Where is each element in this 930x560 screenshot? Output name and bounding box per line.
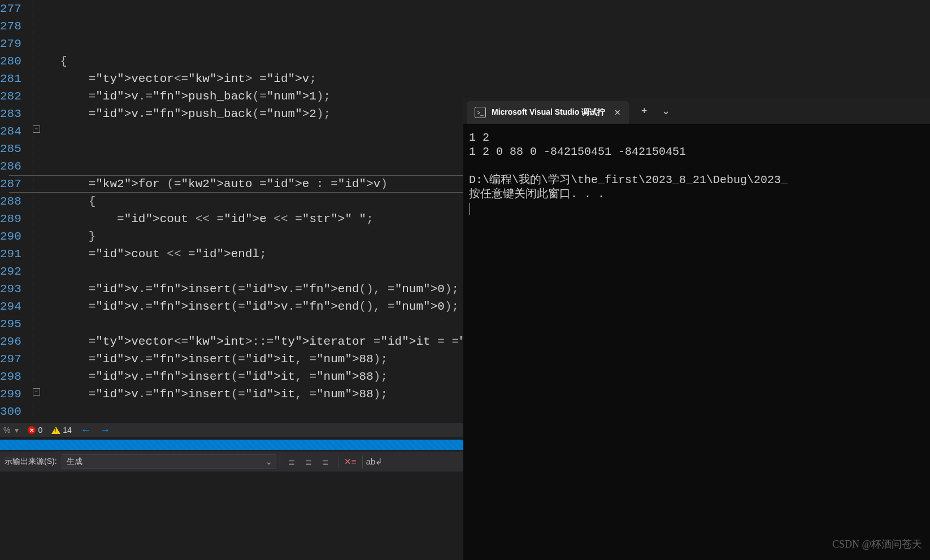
line-number: 280 (0, 53, 32, 70)
line-number: 296 (0, 333, 32, 350)
new-tab-button[interactable]: + (637, 98, 651, 124)
console-output[interactable]: 1 2 1 2 0 88 0 -842150451 -842150451 D:\… (463, 124, 930, 560)
terminal-icon: >_ (475, 107, 486, 118)
line-number: 289 (0, 210, 32, 228)
indent-right-icon[interactable]: ≣ (320, 455, 332, 468)
divider (362, 455, 363, 468)
editor-status-bar: % ▾ ✕ 0 ! 14 ← → (0, 423, 463, 437)
console-tab-bar: >_ Microsoft Visual Studio 调试拧 ✕ + ⌄ (463, 98, 930, 124)
code-line[interactable] (32, 403, 463, 420)
line-number: 299 (0, 385, 32, 403)
code-line[interactable]: { (32, 53, 463, 70)
line-number: 298 (0, 368, 32, 385)
indent-left-icon[interactable]: ≣ (286, 455, 298, 468)
close-tab-button[interactable]: ✕ (614, 108, 621, 117)
error-count-value: 0 (38, 426, 42, 435)
line-number: 300 (0, 403, 32, 420)
code-text[interactable]: { ="ty">vector<="kw">int> ="id">v; ="id"… (32, 0, 463, 423)
code-line[interactable]: ="ty">vector<="kw">int> ="id">v; (32, 70, 463, 88)
line-number: 285 (0, 140, 32, 158)
line-number: 281 (0, 70, 32, 88)
line-number: 291 (0, 245, 32, 263)
output-source-label: 示输出来源(S): (0, 457, 62, 467)
line-number: 295 (0, 315, 32, 333)
error-icon: ✕ (28, 426, 36, 434)
line-number: 283 (0, 105, 32, 123)
output-source-value: 生成 (67, 457, 82, 467)
line-number: 277 (0, 0, 32, 18)
line-number: 284 (0, 123, 32, 140)
output-panel-body[interactable] (0, 471, 463, 560)
code-line[interactable]: ="id">v.="fn">push_back(="num">2); (32, 105, 463, 123)
line-number-gutter: 277 278 279 280 281 282 283 284 285 286 … (0, 0, 32, 423)
code-line[interactable]: ="id">cout << ="id">endl; (32, 245, 463, 263)
output-toolbar: 示输出来源(S): 生成 ⌄ ≣ ≣ ≣ ✕≡ ab↲ (0, 451, 463, 472)
code-line[interactable]: ="id">v.="fn">insert(="id">v.="fn">end()… (32, 298, 463, 315)
console-cursor (470, 203, 470, 215)
warning-icon: ! (51, 427, 60, 434)
code-line[interactable]: { (32, 193, 463, 210)
code-line[interactable] (32, 140, 463, 158)
divider (280, 455, 280, 468)
code-editor[interactable]: 277 278 279 280 281 282 283 284 285 286 … (0, 0, 463, 423)
code-line[interactable] (32, 158, 463, 175)
code-line[interactable] (32, 315, 463, 333)
code-line[interactable]: ="id">v.="fn">insert(="id">it, ="num">88… (32, 350, 463, 368)
line-number: 288 (0, 193, 32, 210)
code-line[interactable]: ="id">v.="fn">insert(="id">it, ="num">88… (32, 385, 463, 403)
warning-count[interactable]: ! 14 (47, 423, 76, 437)
output-source-select[interactable]: 生成 ⌄ (62, 454, 276, 469)
line-number: 297 (0, 350, 32, 368)
line-number: 287 (0, 175, 32, 193)
line-number: 294 (0, 298, 32, 315)
watermark: CSDN @杯酒问苍天 (832, 537, 922, 551)
line-number: 293 (0, 280, 32, 298)
tab-menu-button[interactable]: ⌄ (658, 98, 673, 124)
code-line[interactable]: ="kw2">for (="kw2">auto ="id">e : ="id">… (32, 175, 463, 193)
code-area[interactable]: 277 278 279 280 281 282 283 284 285 286 … (0, 0, 463, 423)
code-line[interactable]: ="id">v.="fn">insert(="id">v.="fn">end()… (32, 280, 463, 298)
line-number: 292 (0, 263, 32, 280)
word-wrap-icon[interactable]: ab↲ (368, 455, 381, 468)
clear-output-icon[interactable]: ✕≡ (344, 455, 357, 468)
indent-mid-icon[interactable]: ≣ (303, 455, 315, 468)
line-number: 282 (0, 88, 32, 105)
nav-forward-button[interactable]: → (95, 423, 115, 437)
console-tab-title: Microsoft Visual Studio 调试拧 (492, 107, 605, 118)
console-tab[interactable]: >_ Microsoft Visual Studio 调试拧 ✕ (467, 101, 629, 124)
code-line[interactable]: ="ty">vector<="kw">int>::="ty">iterator … (32, 333, 463, 350)
code-line[interactable]: ="id">cout << ="id">e << ="str">" "; (32, 210, 463, 228)
warning-count-value: 14 (63, 426, 72, 435)
right-blank-area (463, 0, 930, 98)
code-line[interactable]: ="id">v.="fn">insert(="id">it, ="num">88… (32, 368, 463, 385)
code-line[interactable]: } (32, 228, 463, 245)
line-number: 279 (0, 35, 32, 53)
divider (338, 455, 338, 468)
error-count[interactable]: ✕ 0 (23, 423, 47, 437)
chevron-down-icon: ⌄ (266, 457, 272, 466)
tab-actions: + ⌄ (637, 98, 673, 124)
line-number: 286 (0, 158, 32, 175)
line-number: 290 (0, 228, 32, 245)
progress-bar (0, 440, 463, 450)
code-line[interactable] (32, 123, 463, 140)
code-line[interactable]: ="id">v.="fn">push_back(="num">1); (32, 88, 463, 105)
zoom-percent[interactable]: % (0, 426, 10, 435)
code-line[interactable] (32, 263, 463, 280)
line-number: 278 (0, 18, 32, 35)
nav-back-button[interactable]: ← (76, 423, 95, 437)
debug-console-window: >_ Microsoft Visual Studio 调试拧 ✕ + ⌄ 1 2… (463, 98, 930, 560)
